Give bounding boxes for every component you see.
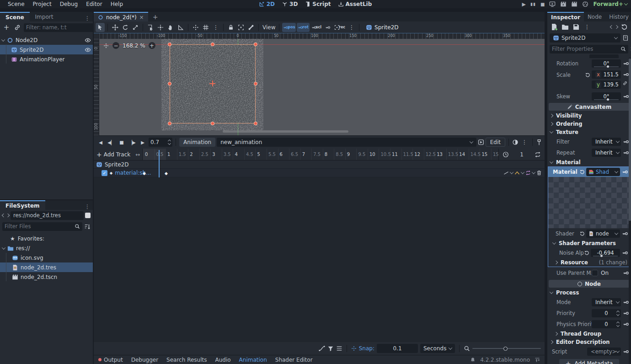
resize-handle-nw[interactable] [168,43,171,46]
play-button[interactable]: ▶ [522,1,526,7]
resize-handle-w[interactable] [168,82,171,86]
timeline-playhead[interactable] [159,150,160,177]
key-icon[interactable] [622,169,628,175]
center-view-icon[interactable] [103,43,109,49]
select-tool-button[interactable] [96,23,105,32]
workspace-3d[interactable]: 3D [282,1,298,7]
play-backwards-from-end-button[interactable]: ◀ [96,138,105,147]
viewport-hscrollbar[interactable] [223,130,348,133]
animation-name-dropdown[interactable]: new_animation [217,138,476,147]
menu-editor[interactable]: Editor [82,1,107,7]
skew-value[interactable]: 0° [592,92,621,101]
tab-import[interactable]: Import [30,12,59,21]
tree-node-node2d[interactable]: Node2D [0,35,93,45]
zoom-percentage[interactable]: 168.2 % [123,43,145,49]
add-node-button[interactable]: + [2,23,11,32]
process-priority-spinbox[interactable]: 0 [592,309,621,317]
tab-animation[interactable]: Animation [239,357,267,363]
key-icon[interactable] [623,270,629,276]
texture-repeat-dropdown[interactable]: Inherit [592,149,621,157]
zoom-slider-knob[interactable] [503,347,508,351]
skeleton-options-button[interactable] [246,23,256,32]
animation-length-value[interactable]: 1 [512,151,532,158]
group-tracks-icon[interactable] [336,345,342,352]
visibility-eye-icon[interactable] [85,47,91,53]
key-icon[interactable] [622,230,628,237]
new-scene-tab-button[interactable]: + [148,13,163,21]
grid-snap-button[interactable] [201,23,210,32]
object-history-icon[interactable] [620,22,629,32]
spin-arrows-icon[interactable] [168,140,171,145]
zoom-in-button[interactable]: + [149,42,155,49]
snap-value-input[interactable] [379,345,416,352]
timeline-zoom-slider[interactable] [472,348,541,349]
filesystem-menu-icon[interactable]: ⋮ [82,203,93,210]
snap-unit-dropdown[interactable]: Seconds [420,344,455,353]
stop-button[interactable]: ■ [540,2,545,7]
key-scale-toggle[interactable]: scl [310,23,322,32]
chevron-down-icon[interactable] [521,170,524,174]
movie-reel-button[interactable] [582,1,588,7]
play-from-start-button[interactable]: ▕▶ [128,138,137,147]
movie-maker-button[interactable] [571,1,578,7]
animation-key-menu-icon[interactable]: ⋮ [347,23,356,32]
key-icon[interactable] [623,93,629,100]
track-enabled-checkbox[interactable]: ✓ [102,170,107,176]
scene-dock-menu-icon[interactable]: ⋮ [82,15,93,21]
renderer-selector[interactable]: Forward+ [593,1,627,7]
rotate-tool-button[interactable] [121,23,130,32]
menu-help[interactable]: Help [107,1,127,7]
animation-menu-button[interactable]: Animation [179,138,215,147]
physics-priority-spinbox[interactable]: 0 [592,320,621,328]
file-info-button[interactable] [85,213,91,218]
key-icon[interactable] [623,60,629,67]
play-scene-button[interactable] [549,1,556,7]
delete-track-icon[interactable] [536,170,542,176]
collapse-icon[interactable] [1,37,5,41]
tab-shader-editor[interactable]: Shader Editor [275,357,313,363]
resize-handle-s[interactable] [211,122,214,125]
bezier-editor-icon[interactable] [319,345,325,352]
workspace-script[interactable]: Script [305,1,331,7]
resource-options-menu-icon[interactable]: ⋮ [583,22,592,32]
new-resource-icon[interactable] [550,22,559,32]
resize-handle-e[interactable] [254,82,257,86]
noise-alpha-value[interactable]: -0.694 [591,249,620,257]
pin-animation-icon[interactable] [536,139,542,145]
section-editor-description[interactable]: Editor Description [547,338,631,346]
resize-handle-ne[interactable] [254,43,257,46]
distraction-free-icon[interactable] [537,14,545,20]
2d-viewport[interactable]: -150-100-50050100150200250300350 0 50 10… [94,33,545,135]
shader-resource-picker[interactable]: node [586,230,620,238]
stop-animation-button[interactable]: ■ [117,138,126,147]
key-icon[interactable] [623,348,629,355]
pan-tool-button[interactable] [166,23,175,32]
load-resource-icon[interactable] [561,22,570,32]
history-forward-icon[interactable] [615,25,618,29]
section-process[interactable]: Process [547,289,631,297]
play-custom-scene-button[interactable] [560,1,567,7]
scale-y-value[interactable]: y 139.5 [592,80,621,89]
revert-icon[interactable] [579,231,585,236]
keyframe-0[interactable]: ◆ [143,171,146,176]
section-shader-parameters[interactable]: Shader Parameters [548,239,630,247]
onion-skinning-icon[interactable] [512,139,519,145]
key-rotation-toggle[interactable]: rot [297,23,309,32]
revert-icon[interactable] [579,169,585,175]
file-node2d-tres[interactable]: node_2d.tres [0,262,93,272]
view-menu-button[interactable]: View [262,23,276,32]
group-object-button[interactable] [236,23,246,32]
menu-project[interactable]: Project [29,1,56,7]
sort-files-icon[interactable] [84,223,91,230]
revert-icon[interactable] [584,250,589,256]
rotation-value[interactable]: 0° [592,59,621,68]
resize-handle-se[interactable] [254,122,257,125]
zoom-out-button[interactable]: − [112,42,119,49]
open-docs-icon[interactable] [622,35,629,41]
canvasitem-class-header[interactable]: CanvasItem [549,103,630,111]
section-visibility[interactable]: Visibility [547,112,631,120]
insert-key-button[interactable] [323,23,332,32]
smart-snap-button[interactable] [191,23,200,32]
pause-button[interactable]: ▮▮ [530,2,536,6]
key-icon[interactable] [623,310,629,316]
